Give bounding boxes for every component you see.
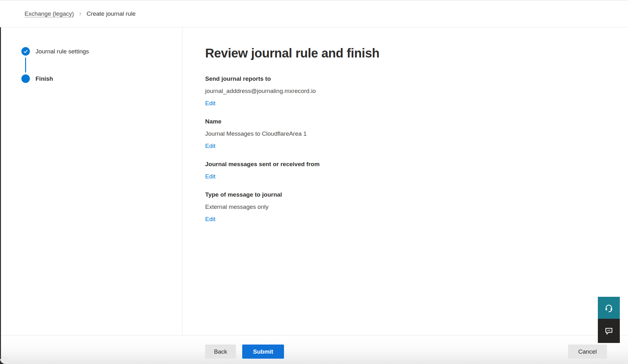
cancel-button[interactable]: Cancel [568,345,607,359]
support-button[interactable] [598,297,620,319]
step-label-finish: Finish [35,75,53,82]
back-button[interactable]: Back [205,345,236,359]
page-title: Review journal rule and finish [205,45,615,61]
section-value: journal_adddress@journaling.mxrecord.io [205,87,615,95]
section-send-journal-reports-to: Send journal reports to journal_adddress… [205,75,615,107]
edit-link-send-journal-reports[interactable]: Edit [205,99,216,107]
section-type-of-message: Type of message to journal External mess… [205,191,615,223]
review-panel: Review journal rule and finish Send jour… [183,27,628,335]
wizard-footer: Back Submit Cancel [0,335,628,364]
section-label: Journal messages sent or received from [205,160,615,168]
step-completed-check-icon [21,47,30,56]
breadcrumb-bar: Exchange (legacy) Create journal rule [0,1,628,27]
chevron-right-icon [78,12,82,16]
section-value: External messages only [205,203,615,211]
headset-icon [604,303,614,312]
left-edge-strip [0,27,1,359]
section-label: Type of message to journal [205,191,615,199]
breadcrumb-current-page: Create journal rule [86,10,135,17]
wizard-body: Journal rule settings Finish Review jour… [0,27,628,335]
edit-link-type-of-message[interactable]: Edit [205,215,216,223]
section-label: Send journal reports to [205,75,615,83]
chat-bubble-icon [604,326,614,336]
step-label-journal-rule-settings: Journal rule settings [35,48,89,55]
wizard-step-finish[interactable]: Finish [21,74,182,83]
edit-link-journal-messages[interactable]: Edit [205,172,216,181]
breadcrumb-link-exchange-legacy[interactable]: Exchange (legacy) [25,10,74,17]
section-name: Name Journal Messages to CloudflareArea … [205,117,615,150]
breadcrumb: Exchange (legacy) Create journal rule [25,10,136,17]
wizard-step-journal-rule-settings[interactable]: Journal rule settings [21,47,182,56]
section-label: Name [205,117,615,126]
submit-button[interactable]: Submit [242,345,284,359]
create-journal-rule-window: Exchange (legacy) Create journal rule Jo… [0,0,628,364]
step-current-dot-icon [21,74,30,83]
step-connector-line [25,57,26,73]
wizard-steps-panel: Journal rule settings Finish [0,27,183,335]
section-value: Journal Messages to CloudflareArea 1 [205,130,615,138]
feedback-button[interactable] [598,319,620,343]
section-journal-messages-sent-or-received: Journal messages sent or received from E… [205,160,615,181]
edit-link-name[interactable]: Edit [205,142,216,150]
